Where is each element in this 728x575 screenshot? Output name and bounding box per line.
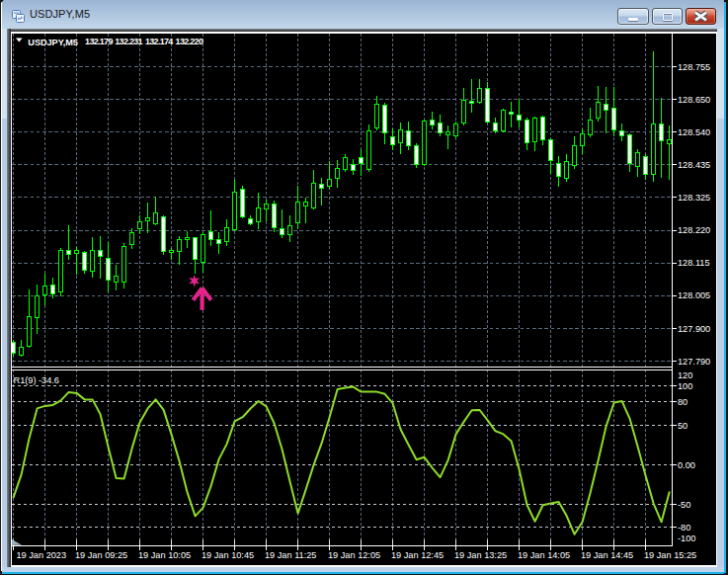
svg-text:-100: -100 [678,534,695,543]
svg-text:19 Jan 14:05: 19 Jan 14:05 [518,549,570,559]
svg-text:19 Jan 11:25: 19 Jan 11:25 [265,549,316,559]
svg-text:19 Jan 12:45: 19 Jan 12:45 [391,549,444,559]
svg-text:USDJPY,M5: USDJPY,M5 [28,37,78,46]
svg-text:19 Jan 12:05: 19 Jan 12:05 [328,549,380,559]
svg-text:100: 100 [678,380,692,390]
svg-text:128.755: 128.755 [678,61,710,71]
svg-text:50: 50 [678,421,688,431]
svg-text:128.435: 128.435 [678,160,710,170]
svg-text:80: 80 [678,397,688,407]
svg-text:0.00: 0.00 [678,460,695,470]
svg-text:127.790: 127.790 [678,356,710,366]
svg-text:19 Jan 10:45: 19 Jan 10:45 [202,549,254,559]
svg-text:19 Jan 09:25: 19 Jan 09:25 [75,549,127,559]
svg-text:19 Jan 2023: 19 Jan 2023 [17,549,67,559]
svg-text:132.231: 132.231 [115,37,142,46]
svg-text:127.900: 127.900 [678,323,710,333]
svg-text:128.650: 128.650 [678,94,710,104]
svg-text:19 Jan 15:25: 19 Jan 15:25 [644,549,696,559]
svg-text:128.325: 128.325 [678,193,710,203]
svg-text:128.220: 128.220 [678,225,710,235]
svg-text:132.174: 132.174 [145,37,173,46]
svg-text:120: 120 [678,370,692,380]
svg-text:132.179: 132.179 [85,37,113,46]
svg-text:19 Jan 14:45: 19 Jan 14:45 [581,549,633,559]
svg-text:R1(9) -34.6: R1(9) -34.6 [14,374,59,384]
svg-text:-50: -50 [678,499,690,509]
svg-text:19 Jan 13:25: 19 Jan 13:25 [454,549,507,559]
svg-text:128.540: 128.540 [678,126,710,136]
svg-text:-80: -80 [678,523,690,533]
svg-text:132.220: 132.220 [176,37,203,46]
svg-text:128.115: 128.115 [678,258,710,268]
svg-text:128.005: 128.005 [678,290,710,300]
svg-text:19 Jan 10:05: 19 Jan 10:05 [138,549,191,559]
